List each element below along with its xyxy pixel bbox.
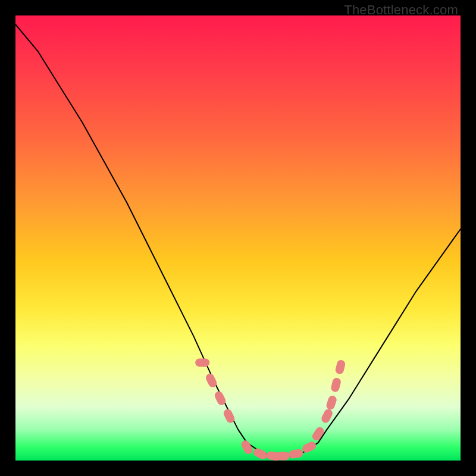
plot-area	[15, 15, 461, 461]
watermark-text: TheBottleneck.com	[344, 2, 458, 18]
curve-svg	[15, 15, 461, 461]
marker-point	[252, 447, 269, 461]
marker-point	[240, 439, 254, 456]
chart-frame: TheBottleneck.com	[0, 0, 476, 476]
marker-point	[288, 449, 303, 459]
marker-group	[195, 358, 346, 461]
marker-point	[275, 452, 290, 461]
marker-point	[311, 425, 325, 442]
marker-point	[330, 377, 342, 393]
marker-point	[334, 359, 346, 375]
marker-point	[325, 394, 338, 411]
marker-point	[195, 358, 209, 367]
bottleneck-curve	[15, 24, 461, 456]
